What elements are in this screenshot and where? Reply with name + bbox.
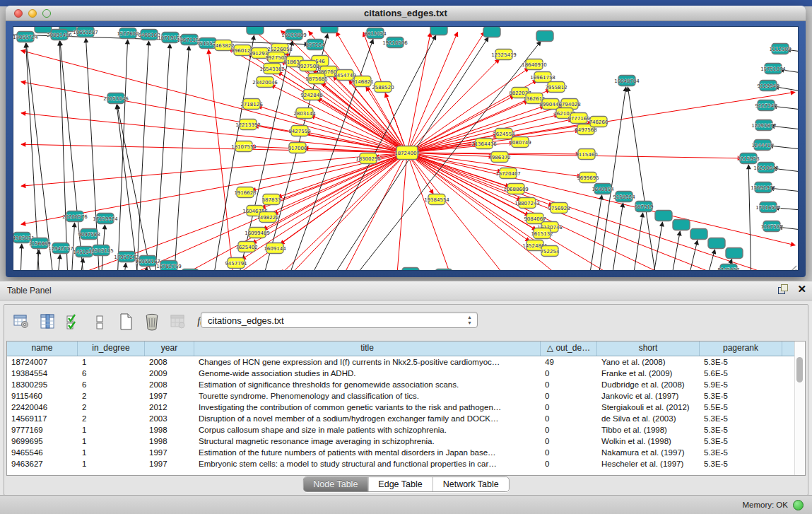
graph-node[interactable] (655, 211, 672, 221)
resize-grip[interactable] (787, 266, 796, 271)
node-table[interactable]: namein_degreeyeartitle△ out_de…shortpage… (6, 341, 806, 476)
tab-network-table[interactable]: Network Table (433, 477, 509, 491)
graph-edge (336, 32, 407, 153)
table-scrollbar[interactable] (794, 341, 805, 475)
table-cell: 5.3E-5 (700, 424, 782, 436)
graph-node-label: 9358924 (613, 194, 635, 200)
graph-node[interactable] (483, 27, 500, 37)
graph-node[interactable] (321, 27, 338, 33)
table-cell: Franke et al. (2009) (597, 368, 700, 379)
graph-node-label: 15692971 (751, 185, 776, 191)
tab-node-table[interactable]: Node Table (303, 477, 367, 491)
graph-node-label: 1080749 (509, 140, 531, 146)
graph-node-label: 21364436 (471, 141, 497, 147)
column-header-2[interactable]: year (145, 341, 194, 356)
table-cell: 1997 (145, 447, 194, 458)
column-header-0[interactable]: name (7, 341, 78, 356)
table-row[interactable]: 1872400712008Changes of HCN gene express… (7, 356, 805, 368)
graph-node-label: 2588520 (372, 85, 394, 90)
graph-node[interactable] (690, 229, 707, 240)
graph-node[interactable] (708, 238, 725, 249)
table-settings-icon[interactable] (11, 312, 31, 332)
unselect-columns-icon[interactable] (90, 312, 110, 332)
table-cell: Dudbridge et al. (2008) (597, 379, 700, 390)
table-row[interactable]: 1456911722003Disruption of a novel membe… (7, 413, 805, 424)
graph-nodes[interactable]: 1405572420891406106532871527602646616010… (13, 27, 792, 271)
table-body[interactable]: 1872400712008Changes of HCN gene express… (7, 356, 805, 469)
graph-node[interactable] (536, 31, 553, 42)
network-view-window: citations_edges.txt 14055724208914061065… (6, 6, 806, 277)
table-panel-body: f(x) citations_edges.txt ▲▼ namein_degre… (4, 304, 808, 496)
column-header-5[interactable]: short (597, 341, 700, 356)
graph-node[interactable] (726, 248, 743, 259)
table-row[interactable]: 2242004622012Investigating the contribut… (7, 402, 805, 413)
graph-node-label: 17016504 (755, 205, 781, 211)
graph-node-label: 13505135 (88, 248, 114, 254)
table-row[interactable]: 946362711997Embryonic stem cells: a mode… (7, 458, 805, 469)
table-cell: Corpus callosum shape and size in male p… (194, 424, 541, 436)
graph-node-label: 14055724 (13, 35, 38, 40)
column-header-3[interactable]: title (194, 341, 541, 356)
graph-node-label: 19218506 (382, 40, 408, 46)
table-panel-header[interactable]: Table Panel ✕ (0, 281, 812, 300)
graph-node-label: 8454749 (334, 73, 355, 78)
table-cell: 9699695 (7, 436, 78, 447)
graph-node-label: 12093872 (751, 123, 777, 129)
close-panel-icon[interactable]: ✕ (797, 284, 806, 295)
table-cell: 5.3E-5 (700, 447, 782, 458)
combo-stepper-icon: ▲▼ (467, 315, 472, 326)
graph-node-label: 9699695 (577, 175, 599, 181)
graph-node-label: 9146821 (351, 79, 373, 85)
table-row[interactable]: 1938455462009Genome-wide association stu… (7, 368, 805, 379)
graph-node-label: 9756928 (548, 206, 570, 211)
graph-edge (598, 87, 626, 271)
table-row[interactable]: 969969511998Structural magnetic resonanc… (7, 436, 805, 447)
float-panel-icon[interactable] (777, 284, 789, 295)
tab-edge-table[interactable]: Edge Table (367, 477, 432, 491)
graph-node-label: 1609144 (264, 246, 286, 252)
graph-node-label: 19384554 (424, 197, 449, 203)
graph-node-label: 18640910 (522, 62, 547, 68)
graph-edge (117, 40, 128, 271)
table-cell: 0 (541, 402, 597, 413)
table-cell: 5.3E-5 (700, 390, 782, 402)
select-all-columns-icon[interactable] (64, 312, 83, 332)
table-header-row[interactable]: namein_degreeyeartitle△ out_de…shortpage… (7, 341, 805, 356)
graph-node[interactable] (435, 269, 452, 271)
citation-network-graph[interactable]: 1405572420891406106532871527602646616010… (13, 27, 799, 271)
graph-node-label: 16210643 (753, 165, 779, 171)
column-edit-icon[interactable] (37, 312, 57, 332)
delete-column-icon[interactable] (142, 312, 162, 332)
table-row[interactable]: 946554611997Estimation of the future num… (7, 447, 805, 458)
table-type-tabs[interactable]: Node TableEdge TableNetwork Table (302, 477, 509, 492)
column-header-6[interactable]: pagerank (700, 341, 782, 356)
graph-node[interactable] (182, 269, 199, 271)
table-row[interactable]: 977716911998Corpus callosum shape and si… (7, 424, 805, 436)
graph-node-label: 20206576 (62, 214, 88, 220)
column-header-1[interactable]: in_degree (78, 341, 145, 356)
graph-node-label: 25226058 (267, 47, 293, 52)
graph-node[interactable] (402, 268, 419, 271)
graph-node[interactable] (673, 220, 690, 230)
graph-node-label: 9777169 (567, 116, 589, 122)
graph-node-label: 18107554 (231, 144, 257, 150)
window-titlebar[interactable]: citations_edges.txt (6, 6, 806, 21)
graph-node-label: 1615132 (531, 231, 553, 237)
new-column-icon[interactable] (116, 312, 136, 332)
table-row[interactable]: 1830029562008Estimation of significance … (7, 379, 805, 390)
graph-node-label: 16782759 (156, 264, 182, 269)
network-canvas[interactable]: 1405572420891406106532871527602646616010… (13, 26, 799, 271)
table-cell: 49 (541, 356, 597, 368)
graph-node[interactable] (247, 27, 264, 35)
table-cell: 19384554 (7, 368, 78, 379)
graph-node-label: 1244415 (751, 143, 773, 148)
table-cell: 5.5E-5 (700, 402, 782, 413)
table-cell: 6 (78, 379, 145, 390)
table-row[interactable]: 911546021997Tourette syndrome. Phenomeno… (7, 390, 805, 402)
graph-node[interactable] (430, 27, 447, 35)
table-cell: 2003 (145, 413, 194, 424)
column-header-4[interactable]: △ out_de… (541, 341, 597, 356)
table-select[interactable]: citations_edges.txt ▲▼ (201, 312, 478, 328)
graph-node-label: 857224 (306, 42, 325, 48)
table-scrollbar-thumb[interactable] (796, 357, 803, 382)
